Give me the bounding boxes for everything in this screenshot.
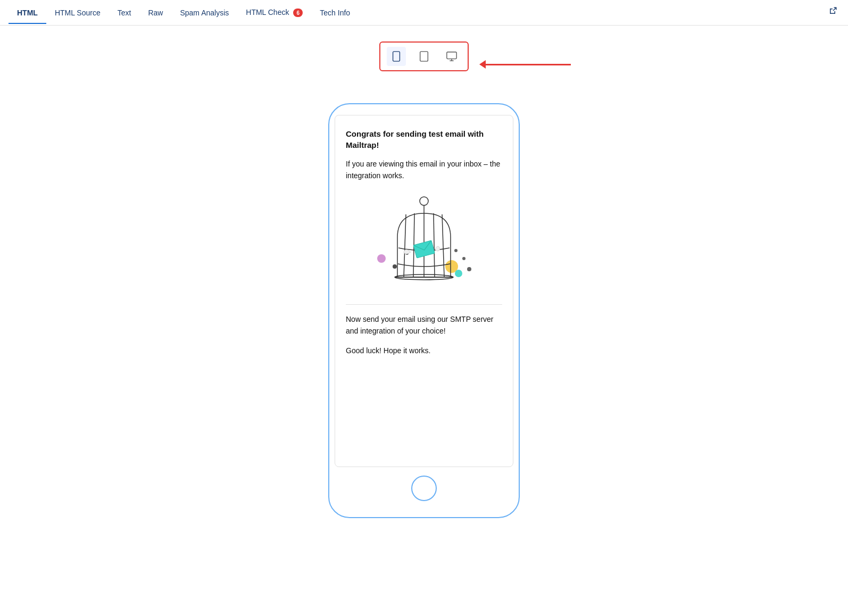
arrow-annotation	[479, 60, 571, 69]
mobile-view-button[interactable]	[387, 47, 406, 66]
svg-rect-2	[420, 52, 428, 61]
svg-line-22	[442, 214, 444, 277]
email-paragraph1: If you are viewing this email in your in…	[346, 158, 502, 182]
svg-point-11	[462, 257, 465, 260]
arrowhead-left	[479, 60, 486, 69]
tab-tech-info[interactable]: Tech Info	[311, 2, 359, 23]
svg-rect-4	[447, 52, 456, 59]
email-title: Congrats for sending test email with Mai…	[346, 128, 502, 151]
tablet-view-button[interactable]	[414, 47, 434, 66]
section-divider	[346, 304, 502, 305]
svg-rect-26	[413, 240, 435, 258]
email-paragraph3: Good luck! Hope it works.	[346, 345, 502, 356]
svg-point-7	[377, 254, 386, 263]
svg-point-8	[393, 264, 397, 269]
phone-screen: Congrats for sending test email with Mai…	[335, 115, 513, 467]
tab-spam-analysis[interactable]: Spam Analysis	[171, 2, 237, 23]
tab-html-check[interactable]: HTML Check 6	[237, 2, 311, 24]
tab-bar: HTML HTML Source Text Raw Spam Analysis …	[0, 0, 848, 26]
email-paragraph2: Now send your email using our SMTP serve…	[346, 313, 502, 337]
svg-line-18	[404, 214, 406, 277]
svg-line-21	[434, 213, 435, 277]
svg-point-15	[420, 197, 428, 205]
html-check-badge: 6	[293, 9, 303, 17]
device-picker	[379, 41, 469, 71]
main-content: Congrats for sending test email with Mai…	[0, 26, 848, 518]
svg-point-14	[455, 270, 462, 277]
tab-html[interactable]: HTML	[9, 2, 46, 23]
svg-rect-0	[393, 52, 400, 61]
tab-html-source[interactable]: HTML Source	[46, 2, 109, 23]
arrow-body	[486, 64, 571, 65]
svg-point-12	[467, 267, 471, 271]
tab-raw[interactable]: Raw	[139, 2, 171, 23]
phone-home-button	[411, 476, 437, 501]
svg-point-10	[454, 249, 458, 252]
external-link-icon[interactable]	[829, 6, 837, 17]
cage-illustration	[346, 189, 502, 296]
desktop-view-button[interactable]	[442, 47, 461, 66]
phone-frame: Congrats for sending test email with Mai…	[328, 103, 520, 518]
tab-text[interactable]: Text	[109, 2, 140, 23]
